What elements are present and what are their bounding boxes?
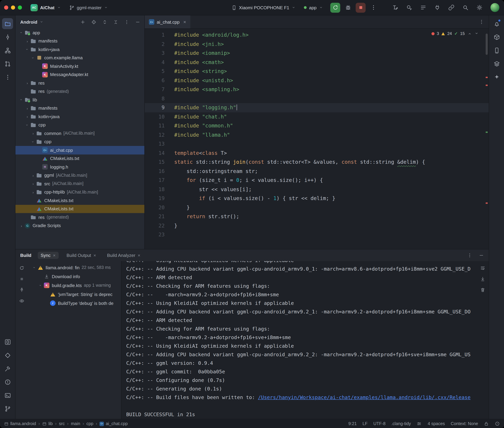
tree-row[interactable]: Hlogging.h [16, 163, 144, 171]
tree-row[interactable]: res [16, 79, 144, 87]
rerun-app-button[interactable] [330, 3, 340, 13]
code-line[interactable]: 7#include <sampling.h> [145, 85, 489, 94]
gemini-icon[interactable] [491, 72, 502, 82]
code-line[interactable]: 14template<class T> [145, 148, 489, 157]
tree-row[interactable]: Download info [28, 272, 121, 281]
chevron-collapsed-icon[interactable] [31, 182, 36, 186]
file-encoding[interactable]: UTF-8 [373, 421, 385, 426]
structure-icon[interactable] [2, 45, 13, 56]
build-tab-build-analyzer[interactable]: Build Analyzer× [104, 252, 143, 259]
stop-button[interactable] [356, 3, 366, 13]
tree-row[interactable]: Kbuild.gradle.ktsapp 1 warning [28, 281, 121, 290]
chevron-collapsed-icon[interactable] [31, 131, 36, 135]
code-line[interactable]: 19 if (i < values.size() - 1) { str << d… [145, 194, 489, 203]
plugin-icon[interactable] [432, 3, 442, 13]
code-line[interactable]: 3#include <iomanip> [145, 49, 489, 58]
line-number[interactable]: 15 [145, 159, 174, 165]
tree-row[interactable]: KMessageAdapter.kt [16, 70, 144, 79]
line-number[interactable]: 9 [145, 105, 174, 111]
chevron-collapsed-icon[interactable] [31, 173, 36, 177]
chevron-expanded-icon[interactable] [25, 123, 30, 127]
vcs-branch-widget[interactable]: ggml-master [67, 4, 111, 11]
code-line[interactable]: 21 return str.str(); [145, 212, 489, 221]
line-number[interactable]: 10 [145, 114, 174, 120]
tree-row[interactable]: KMainActivity.kt [16, 62, 144, 70]
prev-problem-icon[interactable] [467, 31, 472, 36]
console-link[interactable]: /Users/hanyin/Workspace/ai-chat/examples… [258, 395, 470, 400]
chevron-expanded-icon[interactable] [31, 140, 36, 144]
editor-tab[interactable]: C+ ai_chat.cpp × [145, 16, 190, 28]
inspections-widget[interactable]: 3 24 ✓ 15 [431, 31, 479, 36]
more-actions-icon[interactable] [368, 3, 378, 13]
build-console[interactable]: C/C++: -- Using KleidiAI optimized kerne… [121, 261, 489, 419]
chevron-expanded-icon[interactable] [19, 31, 24, 35]
breadcrumb-item[interactable]: lib [42, 421, 53, 426]
hide-icon[interactable] [134, 18, 141, 25]
tree-row[interactable]: cpp [16, 138, 144, 146]
running-devices-icon[interactable] [2, 336, 13, 347]
tree-row[interactable]: 'jvmTarget: String' is deprec [28, 290, 121, 299]
lock-icon[interactable] [484, 421, 489, 426]
tree-row[interactable]: llama.android: fin22 sec, 583 ms [28, 263, 121, 272]
device-selector[interactable]: Xiaomi POCOPHONE F1 [229, 4, 298, 11]
context-widget[interactable]: Context: None [451, 421, 478, 426]
tree-row[interactable]: com.example.llama [16, 54, 144, 62]
breadcrumb-item[interactable]: main [71, 421, 80, 426]
line-number[interactable]: 8 [145, 96, 174, 102]
chevron-collapsed-icon[interactable] [31, 190, 36, 194]
editor-options-icon[interactable] [478, 18, 485, 26]
code-line[interactable]: 15static std::string join(const std::vec… [145, 157, 489, 167]
pull-requests-icon[interactable] [2, 58, 13, 69]
caret-position[interactable]: 9:21 [348, 421, 357, 426]
code-line[interactable]: 17 for (size_t i = 0; i < values.size();… [145, 176, 489, 185]
close-tab-icon[interactable]: × [94, 253, 96, 258]
tree-row[interactable]: app [16, 28, 144, 37]
notifications-icon[interactable] [491, 18, 502, 29]
breadcrumb-item[interactable]: llama.android [4, 421, 36, 426]
problems-icon[interactable] [2, 377, 13, 387]
next-problem-icon[interactable] [474, 31, 479, 36]
build-variants-icon[interactable] [491, 58, 502, 69]
inspections-status-icon[interactable] [495, 421, 500, 426]
preview-icon[interactable] [18, 297, 25, 304]
tree-row[interactable]: iBuildType 'debug' is both de [28, 299, 121, 308]
rerun-icon[interactable] [18, 264, 25, 271]
tree-row[interactable]: manifests [16, 37, 144, 45]
line-number[interactable]: 20 [145, 205, 174, 211]
chevron-collapsed-icon[interactable] [19, 224, 24, 228]
search-icon[interactable] [460, 3, 470, 13]
tree-row[interactable]: CMakeLists.txt [16, 205, 144, 213]
soft-wrap-icon[interactable] [479, 264, 486, 271]
chevron-expanded-icon[interactable] [25, 48, 30, 51]
tree-row[interactable]: GGradle Scripts [16, 222, 144, 230]
code-line[interactable]: 11#include "common.h" [145, 121, 489, 130]
search-actions-icon[interactable] [404, 3, 414, 13]
line-number[interactable]: 13 [145, 141, 174, 147]
locate-icon[interactable] [90, 18, 97, 25]
commit-icon[interactable] [2, 32, 13, 42]
chevron-expanded-icon[interactable] [38, 283, 43, 287]
breadcrumb-item[interactable]: src [59, 421, 65, 426]
code-line[interactable]: 18 str << values[i]; [145, 185, 489, 194]
code-line[interactable]: 12#include "llama.h" [145, 130, 489, 140]
line-number[interactable]: 23 [145, 232, 174, 238]
code-line[interactable]: 13 [145, 140, 489, 148]
breadcrumb-item[interactable]: cpp [86, 421, 93, 426]
tree-row[interactable]: kotlin+java [16, 112, 144, 121]
project-folder-icon[interactable] [2, 18, 13, 29]
tree-row[interactable]: res(generated) [16, 87, 144, 96]
line-number[interactable]: 11 [145, 123, 174, 129]
resource-manager-icon[interactable] [2, 350, 13, 361]
chevron-expanded-icon[interactable] [32, 265, 37, 270]
project-view-selector[interactable]: Android [20, 19, 37, 25]
tree-row[interactable]: ggml[AiChat.lib.main] [16, 171, 144, 180]
chevron-collapsed-icon[interactable] [25, 81, 30, 85]
line-number[interactable]: 18 [145, 186, 174, 192]
line-number[interactable]: 16 [145, 168, 174, 174]
pin-icon[interactable] [18, 286, 25, 293]
device-manager-icon[interactable] [491, 45, 502, 56]
clang-tidy-widget[interactable]: .clang-tidy [391, 421, 411, 426]
code-style-icon[interactable] [417, 421, 422, 426]
rename-refactor-icon[interactable] [390, 3, 400, 13]
chevron-expanded-icon[interactable] [19, 98, 24, 102]
